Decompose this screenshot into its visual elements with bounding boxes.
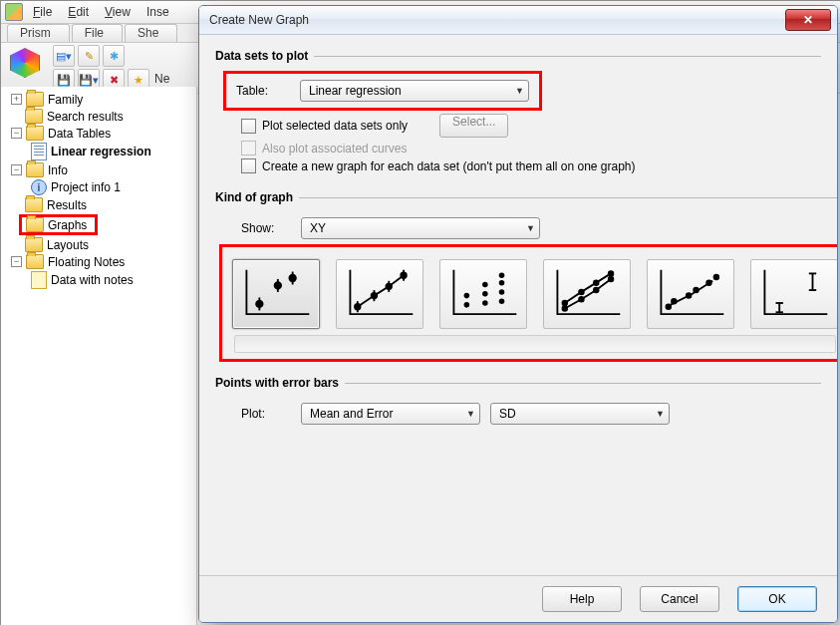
prism-logo-button[interactable] [7, 45, 43, 81]
navigator-sidebar: +Family Search results −Data Tables Line… [1, 87, 197, 625]
plot-label: Plot: [241, 407, 291, 421]
info-icon: i [31, 179, 47, 195]
graph-type-multi-line[interactable] [543, 259, 631, 329]
svg-point-16 [482, 300, 488, 306]
gallery-scrollbar[interactable] [234, 335, 836, 353]
tree-search-results[interactable]: Search results [1, 108, 196, 125]
table-combo[interactable]: Linear regression ▼ [300, 80, 529, 102]
expander-icon[interactable]: − [11, 128, 22, 139]
datasets-fieldset: Data sets to plot Table: Linear regressi… [215, 49, 821, 176]
dialog-title: Create New Graph [209, 13, 785, 27]
tree-layouts[interactable]: Layouts [1, 236, 196, 253]
chevron-down-icon: ▼ [656, 409, 665, 419]
svg-point-20 [499, 289, 505, 295]
chevron-down-icon: ▼ [526, 223, 535, 233]
expander-icon[interactable]: − [11, 256, 22, 267]
tree-family[interactable]: +Family [1, 91, 196, 108]
folder-icon [25, 109, 43, 124]
also-plot-checkbox [241, 141, 256, 156]
dialog-titlebar: Create New Graph ✕ [199, 6, 837, 35]
graph-type-grouped-scatter[interactable] [647, 259, 734, 329]
expander-icon[interactable]: + [11, 94, 22, 105]
select-button[interactable]: Select... [439, 114, 508, 138]
plot-selected-label: Plot selected data sets only [262, 119, 408, 133]
tab-file[interactable]: File [72, 24, 123, 42]
datasets-legend: Data sets to plot [215, 49, 314, 63]
app-icon [5, 3, 23, 21]
folder-icon [26, 162, 44, 177]
plot-combo-value: Mean and Error [310, 407, 393, 421]
svg-point-7 [355, 304, 361, 310]
svg-point-36 [714, 275, 719, 280]
folder-icon [26, 254, 44, 269]
plot-combo[interactable]: Mean and Error ▼ [301, 403, 480, 425]
folder-icon [26, 217, 44, 232]
svg-point-31 [666, 304, 671, 309]
menu-edit[interactable]: EditEdit [62, 4, 95, 20]
note-icon [31, 271, 47, 289]
svg-point-30 [609, 271, 614, 276]
expander-icon[interactable]: − [11, 164, 22, 175]
svg-point-22 [499, 272, 505, 278]
svg-point-3 [275, 282, 281, 288]
edit-button[interactable]: ✎ [78, 45, 100, 67]
tree-results[interactable]: Results [1, 196, 196, 213]
close-button[interactable]: ✕ [785, 9, 831, 31]
dialog-footer: Help Cancel OK [199, 575, 837, 622]
create-new-checkbox[interactable] [241, 158, 256, 173]
tab-prism[interactable]: Prism [7, 24, 70, 42]
svg-point-14 [464, 302, 470, 308]
ok-button[interactable]: OK [737, 586, 817, 612]
points-legend: Points with error bars [215, 376, 345, 390]
svg-point-5 [289, 275, 295, 281]
create-new-graph-dialog: Create New Graph ✕ Data sets to plot Tab… [198, 5, 838, 623]
points-fieldset: Points with error bars Plot: Mean and Er… [215, 376, 821, 430]
menu-view[interactable]: ViewView [99, 4, 137, 20]
error-combo[interactable]: SD ▼ [490, 403, 670, 425]
svg-point-29 [594, 280, 599, 285]
help-button[interactable]: Help [542, 586, 622, 612]
snow-button[interactable]: ✱ [103, 45, 125, 67]
kind-fieldset: Kind of graph Show: XY ▼ [215, 190, 838, 362]
show-combo-value: XY [310, 221, 326, 235]
tree-data-with-notes[interactable]: Data with notes [1, 270, 196, 290]
tree-linear-regression[interactable]: Linear regression [1, 142, 196, 161]
folder-icon [26, 92, 44, 107]
show-combo[interactable]: XY ▼ [301, 217, 540, 239]
table-label: Table: [236, 84, 286, 98]
kind-legend: Kind of graph [215, 190, 299, 204]
folder-icon [26, 126, 44, 141]
svg-point-23 [562, 306, 567, 311]
show-label: Show: [241, 221, 291, 235]
svg-point-28 [579, 290, 584, 295]
svg-point-13 [401, 272, 407, 278]
graph-type-dotplot[interactable] [439, 259, 527, 329]
folder-icon [25, 237, 43, 252]
tree-info[interactable]: −Info [1, 161, 196, 178]
tree-data-tables[interactable]: −Data Tables [1, 125, 196, 142]
menu-insert[interactable]: Inse [140, 4, 175, 20]
graph-type-scatter-error[interactable] [232, 259, 320, 329]
svg-point-25 [594, 288, 599, 293]
plot-selected-checkbox[interactable] [241, 119, 256, 134]
menu-file[interactable]: FFileile [27, 4, 58, 20]
tree-project-info[interactable]: iProject info 1 [1, 178, 196, 196]
svg-point-9 [372, 293, 378, 299]
chevron-down-icon: ▼ [515, 86, 524, 96]
tab-sheet[interactable]: She [125, 24, 177, 42]
new-sheet-button[interactable]: ▤▾ [53, 45, 75, 67]
svg-point-32 [672, 299, 677, 304]
svg-point-15 [464, 293, 470, 299]
svg-point-35 [706, 280, 711, 285]
cancel-button[interactable]: Cancel [640, 586, 719, 612]
graph-type-errorbar-only[interactable] [750, 259, 838, 329]
error-combo-value: SD [499, 407, 516, 421]
tree-graphs[interactable]: Graphs [1, 213, 196, 236]
also-plot-label: Also plot associated curves [262, 142, 407, 156]
folder-icon [25, 197, 43, 212]
close-icon: ✕ [803, 13, 813, 27]
graph-type-line-scatter[interactable] [336, 259, 423, 329]
svg-point-33 [687, 293, 692, 298]
datasheet-icon [31, 143, 47, 160]
tree-floating-notes[interactable]: −Floating Notes [1, 253, 196, 270]
